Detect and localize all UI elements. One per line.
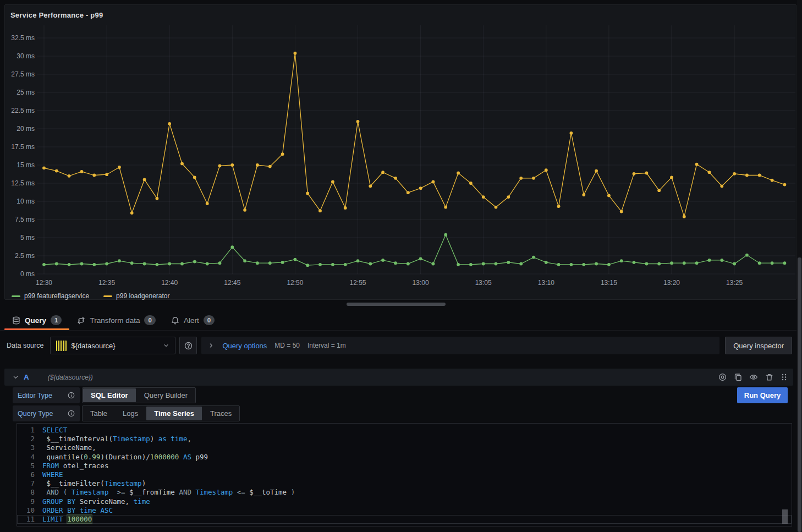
query-row-header[interactable]: A (${datasource}) <box>4 369 793 386</box>
legend-item-p99-loadgenerator[interactable]: p99 loadgenerator <box>103 292 169 300</box>
option-sql-editor[interactable]: SQL Editor <box>83 388 136 402</box>
line-number: 5 <box>17 462 42 470</box>
sql-line-6[interactable]: 6WHERE <box>17 470 792 479</box>
option-traces[interactable]: Traces <box>202 406 239 421</box>
line-number: 1 <box>17 426 42 435</box>
line-number: 11 <box>17 515 42 524</box>
svg-text:12:35: 12:35 <box>98 279 115 287</box>
tab-alert[interactable]: Alert 0 <box>163 310 222 330</box>
sql-code-text: AND ( Timestamp >= $__fromTime AND Times… <box>42 488 792 497</box>
horizontal-scrollbar-thumb[interactable] <box>347 303 446 306</box>
svg-text:12:50: 12:50 <box>287 279 303 287</box>
sql-code-text: FROM otel_traces <box>42 462 792 470</box>
legend-series-swatch <box>12 295 20 297</box>
sql-code-text: WHERE <box>42 470 792 479</box>
svg-text:15 ms: 15 ms <box>17 161 35 169</box>
legend-item-p99-featureflagservice[interactable]: p99 featureflagservice <box>12 292 89 300</box>
sql-line-11[interactable]: 11LIMIT 100000 <box>17 515 792 524</box>
tab-query[interactable]: Query 1 <box>4 310 69 330</box>
tab-transform-data[interactable]: Transform data 0 <box>69 310 163 330</box>
tab-label: Query <box>25 316 46 325</box>
query-type-label: Query Type <box>18 410 63 418</box>
option-time-series[interactable]: Time Series <box>146 407 202 420</box>
eye-icon <box>749 373 758 381</box>
panel-editor-tabs: Query 1 Transform data 0 Alert 0 <box>0 310 796 331</box>
svg-text:25 ms: 25 ms <box>17 89 35 96</box>
chart-grid <box>37 25 795 274</box>
help-circle-icon <box>184 342 193 350</box>
sql-line-7[interactable]: 7 $__timeFilter(Timestamp) <box>17 479 792 488</box>
option-query-builder[interactable]: Query Builder <box>136 388 195 403</box>
sql-code-text: GROUP BY ServiceName, time <box>42 497 792 506</box>
svg-text:7.5 ms: 7.5 ms <box>15 216 35 223</box>
sql-code-text: LIMIT 100000 <box>42 515 792 524</box>
query-inspector-button[interactable]: Query inspector <box>725 337 792 354</box>
sql-line-4[interactable]: 4 quantile(0.99)(Duration)/1000000 AS p9… <box>17 453 792 462</box>
remove-query-button[interactable] <box>765 373 773 381</box>
sql-line-10[interactable]: 10ORDER BY time ASC <box>17 506 792 515</box>
page-scrollbar-thumb[interactable] <box>798 257 801 532</box>
query-ref-id[interactable]: A <box>24 373 29 381</box>
run-query-button[interactable]: Run Query <box>737 387 788 403</box>
drag-query-handle[interactable] <box>781 373 788 381</box>
datasource-help-button[interactable] <box>179 337 197 354</box>
query-type-row: Query Type Table Logs Time Series Traces <box>13 405 240 421</box>
svg-text:2.5 ms: 2.5 ms <box>15 252 35 260</box>
svg-text:13:05: 13:05 <box>475 279 492 287</box>
tab-label: Alert <box>184 316 199 325</box>
svg-text:12:30: 12:30 <box>36 279 52 287</box>
datasource-label: Data source <box>4 342 50 349</box>
editor-type-row: Editor Type SQL Editor Query Builder <box>13 387 196 403</box>
sql-line-5[interactable]: 5FROM otel_traces <box>17 462 792 470</box>
editor-type-label-box: Editor Type <box>13 387 80 403</box>
svg-text:13:00: 13:00 <box>413 279 429 287</box>
sql-code-text: SELECT <box>42 426 792 435</box>
collapse-query-chevron[interactable] <box>12 374 19 381</box>
tab-count-badge: 0 <box>144 315 155 325</box>
database-icon <box>12 316 20 325</box>
chart-axes: 0 ms2.5 ms5 ms7.5 ms10 ms12.5 ms15 ms17.… <box>11 34 743 287</box>
svg-text:13:20: 13:20 <box>663 279 680 287</box>
sql-line-9[interactable]: 9GROUP BY ServiceName, time <box>17 497 792 506</box>
page-vertical-scrollbar[interactable] <box>797 0 802 532</box>
hide-response-button[interactable] <box>749 373 758 381</box>
clickhouse-datasource-icon <box>56 341 67 351</box>
svg-text:5 ms: 5 ms <box>20 234 35 242</box>
editor-type-label: Editor Type <box>18 392 63 399</box>
sql-line-2[interactable]: 2 $__timeInterval(Timestamp) as time, <box>17 435 792 443</box>
line-number: 7 <box>17 479 42 488</box>
info-icon[interactable] <box>68 410 75 417</box>
query-options-bar[interactable]: Query options MD = 50 Interval = 1m <box>201 337 719 354</box>
info-icon[interactable] <box>68 392 75 399</box>
svg-text:30 ms: 30 ms <box>17 52 35 60</box>
svg-text:13:25: 13:25 <box>726 279 743 287</box>
duplicate-query-button[interactable] <box>734 373 742 381</box>
trash-icon <box>765 373 773 381</box>
svg-text:12.5 ms: 12.5 ms <box>11 179 35 187</box>
line-number: 10 <box>17 506 42 515</box>
svg-text:13:10: 13:10 <box>538 279 554 287</box>
datasource-picker[interactable]: ${datasource} <box>50 337 175 354</box>
drag-handle-icon <box>781 373 788 381</box>
editor-scrollbar-thumb[interactable] <box>782 509 788 524</box>
query-options-link[interactable]: Query options <box>222 342 267 350</box>
svg-text:12:55: 12:55 <box>349 279 366 287</box>
copy-icon <box>734 373 742 381</box>
horizontal-scrollbar[interactable] <box>0 302 796 306</box>
option-table[interactable]: Table <box>83 406 115 421</box>
timeseries-panel: 0 ms2.5 ms5 ms7.5 ms10 ms12.5 ms15 ms17.… <box>4 4 796 300</box>
option-logs[interactable]: Logs <box>115 406 146 421</box>
svg-text:27.5 ms: 27.5 ms <box>11 70 35 78</box>
timeseries-chart[interactable]: 0 ms2.5 ms5 ms7.5 ms10 ms12.5 ms15 ms17.… <box>5 5 797 288</box>
panel-title[interactable]: Service Performance - p99 <box>10 11 103 19</box>
line-number: 9 <box>17 497 42 506</box>
interval-value: Interval = 1m <box>307 342 346 349</box>
query-datasource-hint: (${datasource}) <box>48 374 93 381</box>
sql-line-1[interactable]: 1SELECT <box>17 426 792 435</box>
svg-text:13:15: 13:15 <box>601 279 617 287</box>
sql-code-editor[interactable]: 1SELECT2 $__timeInterval(Timestamp) as t… <box>17 423 792 526</box>
sql-line-8[interactable]: 8 AND ( Timestamp >= $__fromTime AND Tim… <box>17 488 792 497</box>
disable-query-button[interactable] <box>718 373 727 381</box>
chart-legend: p99 featureflagservicep99 loadgenerator <box>12 292 170 300</box>
sql-line-3[interactable]: 3 ServiceName, <box>17 443 792 452</box>
